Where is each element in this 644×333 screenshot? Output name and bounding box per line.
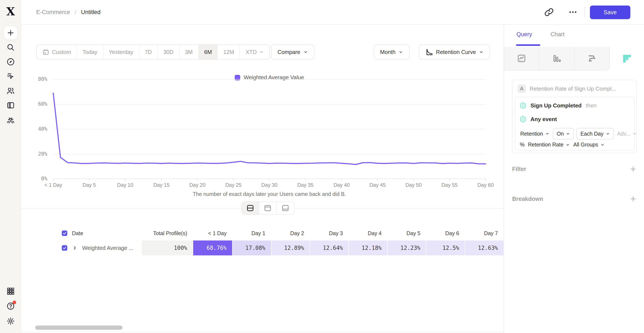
second-event-row[interactable]: Any event — [520, 116, 557, 123]
compare-button[interactable]: Compare — [271, 44, 314, 60]
x-tick-label: Day 15 — [153, 182, 170, 188]
add-filter-button[interactable] — [630, 165, 637, 173]
column-header[interactable]: Day 4 — [348, 230, 387, 236]
horizontal-scrollbar-thumb[interactable] — [35, 325, 122, 330]
measure-row: % Retention Rate All Groups — [520, 142, 604, 148]
range-custom[interactable]: Custom — [37, 45, 77, 59]
chevron-down-icon — [545, 132, 550, 136]
chevron-down-icon — [566, 132, 570, 136]
layout-table-only-button[interactable] — [277, 202, 294, 214]
column-header-total[interactable]: Total Profile(s) — [142, 230, 193, 236]
cell-total[interactable]: 100% — [142, 240, 193, 255]
column-header-date[interactable]: Date — [72, 230, 83, 236]
copy-link-icon[interactable] — [544, 7, 554, 17]
frequency-dropdown[interactable]: Each Day — [576, 128, 614, 139]
column-header[interactable]: Day 2 — [271, 230, 310, 236]
apps-grid-icon[interactable] — [6, 287, 15, 295]
boards-icon[interactable] — [6, 101, 15, 110]
chevron-down-icon — [600, 143, 604, 147]
retention-curve-icon — [425, 48, 433, 56]
range-3m[interactable]: 3M — [180, 45, 199, 59]
step-badge: A — [518, 84, 526, 93]
cursor-click-events-icon[interactable] — [6, 72, 15, 81]
y-tick-label: 80% — [21, 76, 47, 82]
query-title[interactable]: Retention Rate of Sign Up Compl... — [530, 86, 616, 92]
users-icon[interactable] — [6, 87, 15, 95]
breakdown-label: Breakdown — [512, 196, 543, 202]
column-header[interactable]: Day 7 — [465, 230, 504, 236]
tab-chart[interactable]: Chart — [550, 31, 564, 41]
column-header[interactable]: Day 6 — [426, 230, 465, 236]
x-tick-label: < 1 Day — [44, 182, 62, 188]
column-header[interactable]: < 1 Day — [193, 230, 232, 236]
cell-day3[interactable]: 12.64% — [310, 240, 348, 255]
column-header[interactable]: Day 3 — [310, 230, 348, 236]
range-7d[interactable]: 7D — [139, 45, 158, 59]
split-horizontal-icon — [246, 204, 254, 212]
retention-report-tab[interactable] — [610, 47, 644, 70]
range-today[interactable]: Today — [77, 45, 103, 59]
x-axis-caption: The number of exact days later your User… — [53, 191, 486, 197]
cell-day1[interactable]: 17.08% — [232, 240, 271, 255]
layout-chart-only-button[interactable] — [259, 202, 277, 214]
weighted-average-line — [53, 93, 486, 165]
insights-chart-icon — [517, 54, 526, 63]
create-new-button[interactable] — [4, 26, 18, 40]
cell-day5[interactable]: 12.23% — [387, 240, 426, 255]
date-range-control: Custom Today Yesterday 7D 30D 3M 6M 12M … — [36, 44, 270, 60]
range-30d[interactable]: 30D — [158, 45, 180, 59]
cell-lt1day[interactable]: 68.76% — [193, 240, 232, 255]
cell-day6[interactable]: 12.5% — [426, 240, 465, 255]
chevron-down-icon — [479, 50, 484, 54]
retention-dots-icon — [622, 54, 632, 64]
flows-icon — [587, 54, 596, 63]
panel-bottom-icon — [281, 204, 290, 212]
select-all-checkbox[interactable] — [62, 230, 67, 236]
retention-settings-row: Retention On Each Day Adv... — [518, 128, 639, 139]
mixpanel-logo-icon[interactable]: X — [5, 6, 16, 18]
breadcrumb-project[interactable]: E-Commerce — [36, 9, 70, 16]
range-12m[interactable]: 12M — [218, 45, 240, 59]
chevron-down-icon — [398, 50, 403, 54]
row-label[interactable]: Weighted Average ... — [82, 245, 133, 251]
layout-split-button[interactable] — [242, 202, 259, 214]
tab-query[interactable]: Query — [516, 31, 532, 41]
insights-report-tab[interactable] — [504, 47, 539, 70]
range-6m-selected[interactable]: 6M — [199, 45, 218, 59]
row-expand-chevron-icon[interactable] — [72, 245, 78, 251]
x-tick-label: Day 60 — [478, 182, 494, 188]
advanced-dropdown[interactable]: Adv... — [615, 131, 639, 137]
cohorts-group-icon[interactable] — [6, 116, 15, 125]
bar-chart-icon — [552, 54, 561, 63]
table-row: Weighted Average ... 100% 68.76% 17.08% … — [62, 240, 504, 255]
funnels-report-tab[interactable] — [539, 47, 574, 70]
y-tick-label: 40% — [21, 126, 47, 132]
flows-report-tab[interactable] — [574, 47, 610, 70]
on-dropdown[interactable]: On — [553, 128, 574, 139]
add-breakdown-button[interactable] — [630, 195, 637, 203]
cell-day4[interactable]: 12.18% — [348, 240, 387, 255]
column-header[interactable]: Day 5 — [387, 230, 426, 236]
breadcrumb-report-title[interactable]: Untitled — [81, 9, 101, 16]
cell-day2[interactable]: 12.89% — [271, 240, 310, 255]
granularity-dropdown[interactable]: Month — [374, 44, 410, 60]
row-checkbox[interactable] — [62, 245, 67, 251]
retention-type-dropdown[interactable]: Retention — [518, 131, 552, 137]
first-event-row[interactable]: Sign Up Completed then — [520, 102, 596, 109]
groups-dropdown[interactable]: All Groups — [573, 142, 604, 148]
chart-type-dropdown[interactable]: Retention Curve — [419, 44, 490, 60]
measure-dropdown[interactable]: Retention Rate — [528, 142, 570, 148]
compass-discover-icon[interactable] — [6, 58, 15, 66]
save-button[interactable]: Save — [590, 6, 630, 19]
column-header[interactable]: Day 1 — [232, 230, 271, 236]
x-tick-label: Day 30 — [261, 182, 278, 188]
retention-line-chart[interactable] — [53, 79, 486, 181]
help-icon[interactable] — [6, 302, 15, 310]
cell-day7[interactable]: 12.63% — [465, 240, 504, 255]
search-icon[interactable] — [6, 43, 15, 52]
event-hexagon-icon — [520, 102, 526, 109]
range-xtd[interactable]: XTD — [240, 45, 270, 59]
more-options-icon[interactable] — [568, 7, 578, 17]
range-yesterday[interactable]: Yesterday — [103, 45, 139, 59]
settings-gear-icon[interactable] — [6, 317, 15, 325]
